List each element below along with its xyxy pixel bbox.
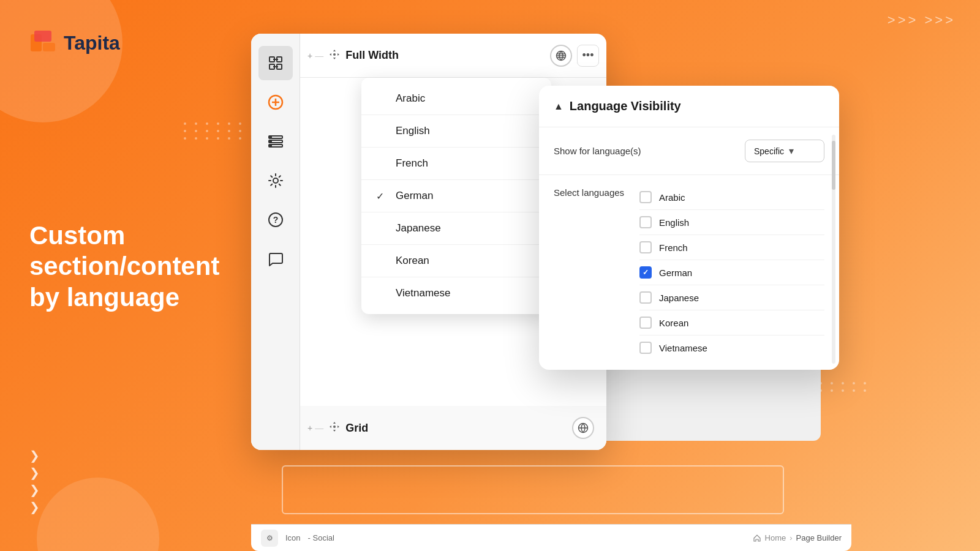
move-icon-1[interactable] [328,48,341,63]
hero-text: Custom section/content by language [29,220,219,313]
breadcrumb-home[interactable]: Home [765,533,786,542]
breadcrumb-page: Page Builder [796,533,842,542]
panel-checkbox-french[interactable] [639,241,652,253]
lang-item-vietnamese[interactable]: Vietnamese [361,277,551,309]
dots-pattern-1 [184,122,245,140]
svg-point-24 [333,425,336,428]
panel-header: ▲ Language Visibility [539,86,839,127]
panel-languages-row: Select languages Arabic English French G… [539,175,839,370]
logo-icon [29,29,56,56]
hero-line1: Custom [29,220,219,251]
svg-text:?: ? [273,215,278,225]
section-row-full-width: + — Full Width ••• [300,34,606,78]
logo-text: Tapita [64,32,120,54]
panel-collapse-button[interactable]: ▲ [554,101,564,112]
show-for-value: Specific [754,146,784,156]
svg-point-18 [273,178,278,183]
panel-lang-item-english: English [639,210,824,235]
panel-checkbox-korean[interactable] [639,317,652,329]
language-visibility-panel: ▲ Language Visibility Show for language(… [539,86,839,370]
panel-checkbox-english[interactable] [639,216,652,228]
hero-line2: section/content [29,251,219,282]
panel-lang-vietnamese: Vietnamese [659,343,707,353]
lang-item-english[interactable]: English [361,115,551,148]
chevron-4: ❯ [29,500,40,514]
settings-icon [267,172,284,189]
bottom-social-label: - Social [308,533,334,542]
bottom-bar: ⚙ Icon - Social Home › Page Builder [251,524,851,551]
bg-blob-bottom-left [37,478,159,551]
panel-show-for-row: Show for language(s) Specific ▾ [539,127,839,175]
panel-lang-item-korean: Korean [639,310,824,335]
sidebar-item-layout[interactable] [258,46,293,80]
section-row-grid: + — Grid [300,406,606,450]
lang-item-arabic[interactable]: Arabic [361,83,551,115]
section1-globe-button[interactable] [550,45,572,67]
panel-lang-item-arabic: Arabic [639,185,824,210]
plus-icon-1[interactable]: + [307,51,312,61]
lang-item-german[interactable]: ✓ German [361,180,551,212]
lang-name-arabic: Arabic [396,92,425,105]
row-add-controls-2: + — [307,423,323,433]
outline-rect-decoration [282,465,784,514]
chevrons-bottom: ❯ ❯ ❯ ❯ [29,448,40,514]
panel-checkbox-german[interactable] [639,266,652,279]
select-languages-label: Select languages [554,185,639,198]
lang-check-german: ✓ [376,190,388,202]
lang-item-korean[interactable]: Korean [361,245,551,277]
sidebar: ? [251,34,300,450]
select-arrow-icon: ▾ [789,145,794,157]
panel-checkbox-vietnamese[interactable] [639,342,652,354]
section2-globe-button[interactable] [572,417,594,439]
show-for-select[interactable]: Specific ▾ [745,140,824,162]
section2-title: Grid [345,422,572,435]
sidebar-item-settings[interactable] [258,163,293,198]
minus-icon-1: — [315,51,323,61]
svg-point-21 [333,53,336,56]
globe-icon-1 [556,50,567,61]
row-add-controls-1: + — [307,51,323,61]
panel-lang-german: German [659,268,692,278]
section1-title: Full Width [345,49,550,62]
panel-title: Language Visibility [570,99,681,113]
home-icon [753,534,761,542]
sidebar-item-help[interactable]: ? [258,203,293,237]
lang-name-vietnamese: Vietnamese [396,287,450,299]
add-icon [267,94,284,111]
panel-scrollbar-thumb [832,141,835,190]
bottom-icon-gear[interactable]: ⚙ [261,530,278,547]
breadcrumb: Home › Page Builder [753,533,842,542]
bg-arrows-decoration: >>> >>> [888,12,956,28]
lang-item-french[interactable]: French [361,148,551,180]
lang-name-japanese: Japanese [396,222,441,234]
section1-more-button[interactable]: ••• [577,45,599,67]
lang-name-german: German [396,190,433,202]
layers-icon [267,133,284,150]
sidebar-item-layers[interactable] [258,124,293,159]
sidebar-item-add[interactable] [258,85,293,119]
minus-icon-2: — [315,423,323,433]
bottom-icon-label: Icon [285,533,301,542]
lang-name-french: French [396,157,428,170]
lang-item-japanese[interactable]: Japanese [361,212,551,245]
bg-blob-top-left [0,0,123,122]
lang-name-english: English [396,125,430,137]
panel-checkbox-japanese[interactable] [639,291,652,304]
plus-icon-2[interactable]: + [307,423,312,433]
globe-icon-2 [578,422,589,433]
panel-checkbox-arabic[interactable] [639,191,652,203]
logo: Tapita [29,29,120,56]
breadcrumb-separator: › [790,533,792,542]
lang-name-korean: Korean [396,255,429,267]
language-dropdown: Arabic English French ✓ German Japanese … [361,78,551,314]
sidebar-item-chat[interactable] [258,242,293,276]
chevron-3: ❯ [29,482,40,497]
move-icon-2[interactable] [328,421,341,435]
panel-lang-item-german: German [639,260,824,285]
panel-scrollbar[interactable] [832,135,835,364]
show-for-label: Show for language(s) [554,146,641,156]
help-icon: ? [267,211,284,228]
panel-languages-list: Arabic English French German Japanese [639,185,824,360]
chevron-1: ❯ [29,448,40,463]
panel-lang-korean: Korean [659,318,688,328]
